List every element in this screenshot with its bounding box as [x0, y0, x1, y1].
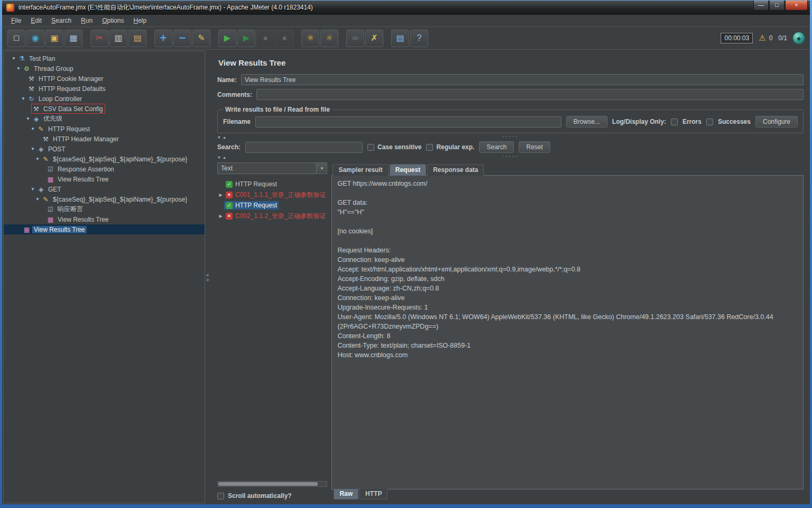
case-sensitive-checkbox[interactable] — [367, 144, 374, 151]
templates-button[interactable]: ◉ — [26, 30, 44, 47]
result-item-body[interactable]: ✓ HTTP Request — [224, 180, 279, 188]
horizontal-splitter-top[interactable]: ▼ ▲ ····· — [217, 134, 804, 140]
splitter-grip[interactable]: ····· — [502, 152, 519, 160]
comments-input[interactable] — [256, 89, 804, 100]
tree-item-view-results-tree-get[interactable]: ▦ View Results Tree — [4, 214, 205, 224]
tree-item-view-results-tree-post[interactable]: ▦ View Results Tree — [4, 174, 205, 184]
search-input[interactable] — [245, 142, 363, 153]
tab-request[interactable]: Request — [390, 164, 426, 176]
errors-checkbox[interactable] — [671, 119, 678, 125]
tree-node-body[interactable]: ⚗ Test Plan — [17, 54, 57, 63]
tree-item-get-sampler[interactable]: ▼ ✎ ${caseSeq}_${aipSeq}_${apiName}_${pu… — [4, 194, 205, 204]
reset-button[interactable]: Reset — [519, 141, 550, 153]
name-input[interactable] — [241, 74, 804, 85]
result-item-body[interactable]: ✓ HTTP Request — [224, 201, 279, 210]
warning-triangle-icon[interactable]: ⚠ — [759, 33, 765, 43]
tree-node-body[interactable]: ⚙ Thread Group — [22, 64, 75, 73]
expand-all-button[interactable]: + — [154, 30, 172, 47]
horizontal-splitter-bottom[interactable]: ▼ ▲ ····· — [217, 154, 804, 160]
chevron-down-icon[interactable]: ▼ — [34, 157, 41, 161]
result-item-body[interactable]: × C002_1.1.2_登录_正确参数验证 — [224, 211, 327, 221]
tree-node-body[interactable]: ✎ ${caseSeq}_${aipSeq}_${apiName}_${purp… — [41, 155, 189, 164]
filename-input[interactable] — [255, 116, 561, 128]
menu-options[interactable]: Options — [97, 15, 128, 26]
open-file-button[interactable]: ▣ — [45, 30, 63, 47]
chevron-down-icon[interactable]: ▼ — [20, 96, 27, 101]
tree-item-http-cookie-manager[interactable]: ⚒ HTTP Cookie Manager — [4, 74, 205, 84]
splitter-collapse-up-icon[interactable]: ▲ — [223, 135, 226, 139]
chevron-down-icon[interactable]: ▼ — [24, 116, 32, 121]
tree-node-body[interactable]: ◈ GET — [36, 185, 63, 194]
stop-button[interactable]: ● — [256, 30, 274, 47]
tab-response-data[interactable]: Response data — [427, 164, 484, 176]
tree-node-body[interactable]: ✎ HTTP Request — [36, 124, 91, 133]
paste-button[interactable]: ▤ — [128, 30, 146, 47]
menu-edit[interactable]: Edit — [26, 15, 47, 26]
clear-all-button[interactable]: ✳ — [320, 30, 338, 47]
help-button[interactable]: ? — [410, 30, 428, 47]
scrollbar-thumb[interactable] — [218, 482, 318, 486]
menu-search[interactable]: Search — [47, 15, 76, 26]
browse-button[interactable]: Browse... — [566, 116, 607, 128]
request-content[interactable]: GET https://www.cnblogs.com/ GET data: "… — [331, 175, 804, 489]
tree-node-body[interactable]: ☑ Response Assertion — [46, 165, 116, 174]
tree-item-http-header-manager[interactable]: ⚒ HTTP Header Manager — [4, 134, 205, 144]
tree-item-test-plan[interactable]: ▼ ⚗ Test Plan — [4, 53, 205, 64]
view-mode-combo[interactable]: Text ▼ — [217, 162, 327, 174]
tree-item-get-controller[interactable]: ▼ ◈ GET — [4, 184, 205, 194]
chevron-down-icon[interactable]: ▼ — [29, 126, 36, 131]
tree-item-post-controller[interactable]: ▼ ◈ POST — [4, 144, 205, 154]
regular-exp-checkbox[interactable] — [426, 144, 433, 151]
cut-button[interactable]: ✂ — [90, 30, 108, 47]
tab-sampler-result[interactable]: Sampler result — [333, 164, 388, 176]
tree-item-thread-group[interactable]: ▼ ⚙ Thread Group — [4, 64, 205, 74]
tree-item-response-assertion[interactable]: ☑ Response Assertion — [4, 164, 205, 174]
chevron-down-icon[interactable]: ▼ — [15, 66, 22, 71]
result-http-request-1[interactable]: ✓ HTTP Request — [217, 179, 327, 189]
results-horizontal-scrollbar[interactable] — [217, 481, 327, 487]
search-reset-button[interactable]: ✗ — [365, 30, 383, 47]
title-bar[interactable]: interfaceAutoFrame.jmx (E:\性能自动化\Jmeter\… — [2, 1, 810, 15]
search-toolbar-button[interactable]: ∞ — [346, 30, 364, 47]
result-http-request-2[interactable]: ✓ HTTP Request — [217, 200, 327, 211]
tree-node-body[interactable]: ▦ View Results Tree — [22, 225, 87, 234]
clear-button[interactable]: ✳ — [301, 30, 319, 47]
chevron-right-icon[interactable]: ▶ — [217, 193, 224, 197]
tree-item-view-results-tree-main[interactable]: ▦ View Results Tree — [4, 224, 205, 234]
start-button[interactable]: ▶ — [218, 30, 236, 47]
maximize-button[interactable]: □ — [769, 1, 785, 11]
tree-node-body[interactable]: ▦ View Results Tree — [46, 175, 110, 184]
tree-node-body[interactable]: ☑ 响应断言 — [46, 205, 85, 214]
tree-item-post-sampler[interactable]: ▼ ✎ ${caseSeq}_${aipSeq}_${apiName}_${pu… — [4, 154, 205, 164]
splitter-collapse-down-icon[interactable]: ▼ — [217, 135, 221, 139]
configure-button[interactable]: Configure — [755, 116, 798, 128]
tree-node-body[interactable]: ↻ Loop Controller — [27, 94, 84, 103]
tree-item-priority-controller[interactable]: ▼ ◈ 优先级 — [4, 114, 205, 124]
tab-raw[interactable]: Raw — [334, 489, 358, 500]
menu-help[interactable]: Help — [129, 15, 152, 26]
splitter-collapse-up-icon[interactable]: ▲ — [223, 156, 226, 159]
toggle-button[interactable]: ✎ — [192, 30, 210, 47]
search-button[interactable]: Search — [479, 141, 514, 153]
result-c002[interactable]: ▶ × C002_1.1.2_登录_正确参数验证 — [217, 211, 327, 221]
tree-item-http-request-defaults[interactable]: ⚒ HTTP Request Defaults — [4, 84, 205, 94]
copy-button[interactable]: ▥ — [109, 30, 127, 47]
result-c001[interactable]: ▶ × C001_1.1.1_登录_正确参数验证 — [217, 189, 327, 200]
tree-node-body[interactable]: ✎ ${caseSeq}_${aipSeq}_${apiName}_${purp… — [41, 195, 189, 204]
chevron-right-icon[interactable]: ▶ — [217, 214, 224, 219]
menu-run[interactable]: Run — [76, 15, 97, 26]
tree-node-body[interactable]: ▦ View Results Tree — [46, 215, 110, 224]
close-button[interactable]: × — [785, 1, 808, 11]
tree-node-body[interactable]: ⚒ CSV Data Set Config — [32, 104, 105, 113]
tree-item-loop-controller[interactable]: ▼ ↻ Loop Controller — [4, 94, 205, 104]
function-helper-button[interactable]: ▤ — [391, 30, 409, 47]
tree-node-body[interactable]: ◈ 优先级 — [32, 114, 64, 123]
vertical-splitter[interactable]: « » — [205, 51, 210, 503]
menu-file[interactable]: File — [6, 15, 26, 26]
splitter-collapse-down-icon[interactable]: ▼ — [217, 156, 221, 159]
minimize-button[interactable]: — — [753, 1, 769, 11]
save-button[interactable]: ▦ — [64, 30, 82, 47]
chevron-down-icon[interactable]: ▼ — [34, 197, 41, 202]
splitter-grip[interactable]: ····· — [502, 132, 519, 140]
tree-node-body[interactable]: ◈ POST — [36, 144, 67, 153]
